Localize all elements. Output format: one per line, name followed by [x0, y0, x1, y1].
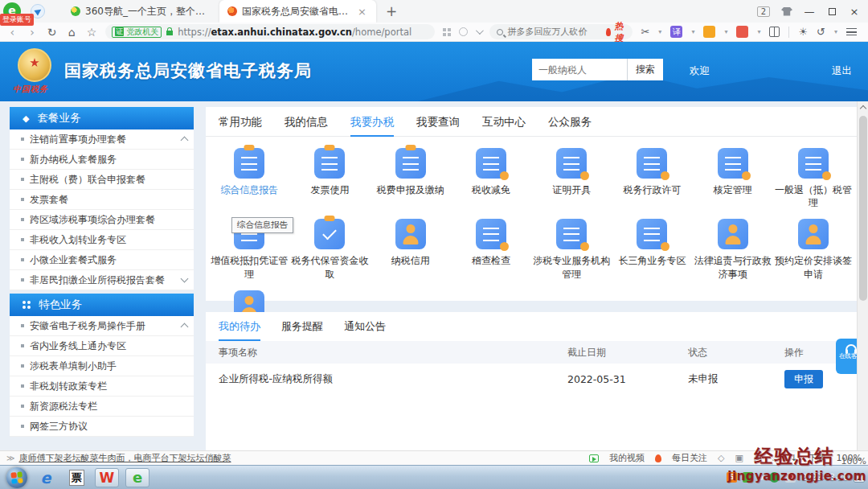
ticker-chevron-icon[interactable]: ≫ [6, 454, 14, 462]
tab-interaction[interactable]: 互动中心 [482, 107, 526, 137]
scroll-up-arrow-icon[interactable] [860, 105, 866, 112]
tab-count-badge[interactable]: 2 [757, 6, 770, 17]
function-tile[interactable]: 综合信息报告 [209, 143, 289, 214]
scrollbar-thumb[interactable] [859, 116, 867, 301]
function-tile[interactable]: 税费申报及缴纳 [371, 143, 451, 214]
restore-session-icon[interactable]: ↺ [817, 26, 825, 38]
favorite-star-icon[interactable]: ☆ [86, 26, 98, 39]
gov-cert-badge[interactable]: 证 党政机关 [112, 27, 162, 38]
sidebar-item[interactable]: 非税收入划转业务专区 [10, 230, 194, 250]
url-text[interactable]: https://etax.anhui.chinatax.gov.cn/home/… [178, 27, 411, 38]
hot-search-label[interactable]: 热搜 [615, 20, 626, 44]
back-icon[interactable]: ‹ [6, 26, 18, 39]
sidebar-item[interactable]: 小微企业套餐式服务 [10, 250, 194, 270]
sidebar-item[interactable]: 安徽省电子税务局操作手册 [10, 316, 194, 336]
login-account-badge[interactable]: 登录账号 [0, 14, 34, 26]
download-label[interactable]: 下载 [809, 452, 826, 464]
browser-tab-etax[interactable]: 国家税务总局安徽省电子税务局 × [219, 0, 376, 23]
rocket-icon[interactable]: ☄ [772, 453, 780, 463]
function-tile[interactable]: 涉税专业服务机构管理 [531, 214, 612, 285]
caret-icon[interactable]: ▾ [658, 28, 661, 35]
minimize-button[interactable]: — [804, 6, 815, 18]
history-icon[interactable] [459, 27, 468, 36]
function-tile[interactable]: 发票使用 [289, 143, 370, 214]
quick-search-box[interactable]: 热搜 [489, 24, 633, 39]
function-tile[interactable]: 法律追责与行政救济事项 [693, 214, 773, 285]
translate-icon[interactable]: 译 [670, 26, 682, 38]
home-icon[interactable]: ⌂ [66, 26, 78, 39]
refresh-icon[interactable]: ↻ [46, 26, 58, 39]
caret-icon[interactable]: ▾ [691, 28, 694, 35]
sidebar-item[interactable]: 涉税表单填制小助手 [10, 356, 194, 376]
forward-icon[interactable]: › [27, 26, 39, 39]
address-bar[interactable]: 证 党政机关 https://etax.anhui.chinatax.gov.c… [105, 24, 435, 39]
sidebar-item[interactable]: 省内业务线上通办专区 [10, 336, 194, 356]
function-tile[interactable]: 税务行政许可 [612, 143, 692, 214]
tab-public-service[interactable]: 公众服务 [548, 107, 592, 137]
sidebar-item[interactable]: 非税划转政策专栏 [10, 376, 194, 397]
tab-common-functions[interactable]: 常用功能 [219, 107, 262, 137]
shield-icon[interactable]: ◇ [718, 453, 724, 463]
tab-query[interactable]: 我要查询 [416, 107, 460, 137]
news-ticker-link[interactable]: 康师傅下架老坛酸菜牛肉面，电商平台下架坛坛俏酸菜 [18, 452, 231, 464]
quick-search-input[interactable] [507, 27, 602, 37]
function-tile[interactable]: 纳税信用 [371, 214, 451, 285]
sidebar-item[interactable]: 发票套餐 [10, 190, 194, 210]
sidebar-section-featured[interactable]: 特色业务 [10, 294, 194, 316]
sidebar-item[interactable]: 网签三方协议 [10, 417, 194, 437]
tab-service-reminder[interactable]: 服务提醒 [281, 312, 323, 341]
new-tab-button[interactable]: + [376, 3, 407, 19]
function-tile[interactable]: 税务代保管资金收取 [289, 214, 370, 285]
browser-tab-home[interactable]: 360导航_一个主页，整个世界 [63, 0, 219, 23]
taskbar-wps-icon[interactable]: W [95, 468, 119, 487]
shield-icon[interactable] [703, 26, 715, 38]
search-button[interactable]: 搜索 [627, 59, 663, 80]
start-button[interactable] [6, 467, 27, 488]
daily-focus-link[interactable]: 每日关注 [672, 452, 707, 464]
taskbar-invoice-app-icon[interactable]: 票 [64, 468, 88, 487]
game-center-icon[interactable] [736, 26, 748, 38]
chevron-down-icon[interactable] [476, 27, 484, 35]
function-tile[interactable]: 稽查检查 [451, 214, 531, 285]
scroll-up-icon[interactable] [181, 323, 189, 331]
tab-close-icon[interactable]: × [356, 6, 368, 18]
screenshot-scissors-icon[interactable]: ✂ [641, 26, 649, 38]
function-tile[interactable]: 税收减免 [451, 143, 531, 214]
sidebar-item[interactable]: 跨区域涉税事项综合办理套餐 [10, 210, 194, 230]
skin-icon[interactable] [781, 7, 792, 16]
tray-usb-icon[interactable] [743, 472, 753, 483]
tray-s-icon[interactable]: S [727, 472, 737, 483]
function-tile[interactable]: 核定管理 [693, 143, 773, 214]
function-tile[interactable]: 证明开具 [531, 143, 612, 214]
bookmark-grid-icon[interactable] [443, 28, 451, 36]
zoom-level[interactable]: 100% [837, 453, 862, 463]
maximize-button[interactable] [826, 6, 837, 18]
tray-dot-icon[interactable] [759, 475, 764, 480]
sidebar-item[interactable]: 非居民扣缴企业所得税报告套餐 [10, 270, 194, 290]
close-button[interactable]: × [849, 6, 860, 18]
caret-icon[interactable]: ▾ [834, 28, 837, 35]
theme-sun-icon[interactable]: ☀ [798, 26, 808, 38]
tray-date[interactable]: 2022-03-20 [801, 473, 848, 482]
tab-tax-handling[interactable]: 我要办税 [350, 107, 394, 137]
download-icon[interactable]: ↓ [790, 453, 797, 463]
scroll-up-icon[interactable] [181, 137, 189, 145]
scroll-down-icon[interactable] [181, 275, 189, 283]
smiley-icon[interactable]: ◎ [754, 453, 762, 463]
tab-notice[interactable]: 通知公告 [344, 312, 386, 341]
caret-icon[interactable]: ▾ [724, 28, 727, 35]
tray-flag-icon[interactable]: ⚑ [785, 472, 796, 483]
sidebar-item[interactable]: 注销前置事项办理套餐 [10, 129, 194, 150]
tab-my-todo[interactable]: 我的待办 [219, 312, 260, 341]
logout-link[interactable]: 退出 [832, 64, 852, 78]
sidebar-item[interactable]: 主附税（费）联合申报套餐 [10, 170, 194, 190]
function-tile[interactable]: 长三角业务专区 [612, 214, 692, 285]
tab-my-info[interactable]: 我的信息 [285, 107, 328, 137]
sidebar-item[interactable]: 新资源税法专栏 [10, 397, 194, 417]
taxpayer-search-input[interactable] [532, 59, 627, 80]
my-video-link[interactable]: 我的视频 [609, 452, 645, 464]
menu-icon[interactable] [846, 28, 857, 35]
image-icon[interactable]: ▣ [735, 453, 743, 463]
declare-button[interactable]: 申报 [784, 370, 823, 388]
caret-icon[interactable]: ▾ [757, 28, 760, 35]
